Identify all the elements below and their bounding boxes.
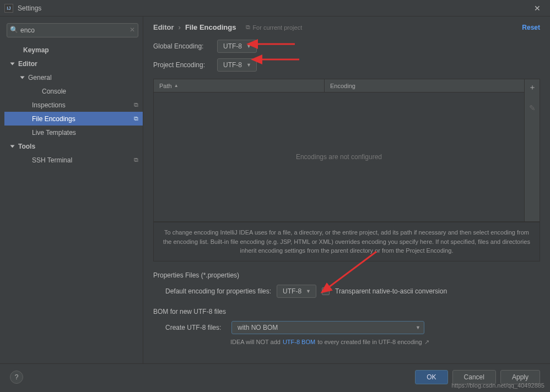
transparent-ascii-label: Transparent native-to-ascii conversion <box>335 287 447 295</box>
global-encoding-label: Global Encoding: <box>153 42 217 50</box>
properties-encoding-label: Default encoding for properties files: <box>165 287 271 295</box>
tree-label: Keymap <box>23 46 49 54</box>
search-input[interactable] <box>7 23 138 37</box>
column-path[interactable]: Path▲ <box>154 79 325 92</box>
chevron-down-icon: ▼ <box>246 62 251 68</box>
bom-hint-post: to every created file in UTF-8 encoding <box>317 339 422 345</box>
chevron-down-icon: ▼ <box>416 325 420 330</box>
dropdown-value: UTF-8 <box>223 42 242 50</box>
reset-link[interactable]: Reset <box>522 24 540 31</box>
window-title: Settings <box>18 4 529 12</box>
project-encoding-dropdown[interactable]: UTF-8 ▼ <box>217 58 257 72</box>
dropdown-value: UTF-8 <box>223 61 242 69</box>
bom-hint-pre: IDEA will NOT add <box>230 339 281 345</box>
global-encoding-row: Global Encoding: UTF-8 ▼ <box>153 40 540 53</box>
create-utf8-dropdown[interactable]: with NO BOM ▼ <box>231 321 424 334</box>
tree-label: General <box>28 74 52 81</box>
project-encoding-row: Project Encoding: UTF-8 ▼ <box>153 58 540 72</box>
dropdown-value: with NO BOM <box>238 324 278 331</box>
table-empty-message: Encodings are not configured <box>154 92 524 221</box>
tree-item-editor[interactable]: Editor <box>4 57 143 70</box>
scope-label: For current project <box>252 24 302 31</box>
project-scope: ⧉ For current project <box>246 24 302 31</box>
help-button[interactable]: ? <box>10 371 23 384</box>
breadcrumb-current: File Encodings <box>185 23 236 31</box>
footer: ? OK Cancel Apply <box>0 363 550 390</box>
info-text: To change encoding IntelliJ IDEA uses fo… <box>153 222 540 262</box>
tree-item-console[interactable]: Console <box>4 84 143 98</box>
breadcrumb-root[interactable]: Editor <box>153 23 174 31</box>
tree-label: File Encodings <box>32 115 76 123</box>
table-header: Path▲ Encoding <box>154 79 524 92</box>
create-utf8-label: Create UTF-8 files: <box>165 324 226 331</box>
tree-label: Live Templates <box>32 129 76 137</box>
apply-button[interactable]: Apply <box>500 370 540 384</box>
tree-item-tools[interactable]: Tools <box>4 139 143 153</box>
copy-icon: ⧉ <box>134 101 138 108</box>
tree-item-ssh-terminal[interactable]: SSH Terminal⧉ <box>4 153 143 167</box>
edit-button[interactable]: ✎ <box>529 104 536 112</box>
external-link-icon: ↗ <box>424 339 429 346</box>
copy-icon: ⧉ <box>134 115 138 122</box>
sort-asc-icon: ▲ <box>174 83 179 88</box>
bom-hint: IDEA will NOT add UTF-8 BOM to every cre… <box>230 339 540 346</box>
properties-encoding-row: Default encoding for properties files: U… <box>165 285 540 298</box>
transparent-ascii-checkbox[interactable] <box>322 287 330 295</box>
properties-section-title: Properties Files (*.properties) <box>153 271 540 279</box>
tree-label: Editor <box>18 60 37 68</box>
tree-label: Inspections <box>32 101 66 109</box>
add-button[interactable]: ＋ <box>529 83 536 92</box>
bom-row: Create UTF-8 files: with NO BOM ▼ <box>165 321 540 334</box>
close-icon[interactable]: ✕ <box>529 4 546 13</box>
ok-button[interactable]: OK <box>415 370 447 384</box>
clear-search-icon[interactable]: ✕ <box>130 26 135 34</box>
tree-item-general[interactable]: General <box>4 70 143 84</box>
tree-label: Console <box>42 88 66 95</box>
tree-label: SSH Terminal <box>32 156 72 164</box>
search-wrap: 🔍 ✕ <box>7 23 138 37</box>
main-panel: Editor › File Encodings ⧉ For current pr… <box>143 17 550 363</box>
cancel-button[interactable]: Cancel <box>452 370 496 384</box>
app-icon: IJ <box>4 4 13 13</box>
breadcrumb: Editor › File Encodings <box>153 23 236 31</box>
copy-icon: ⧉ <box>134 156 138 164</box>
sidebar: 🔍 ✕ Keymap Editor General Console Inspec… <box>0 17 143 363</box>
bom-hint-link[interactable]: UTF-8 BOM <box>283 339 315 345</box>
tree-item-file-encodings[interactable]: File Encodings⧉ <box>4 112 143 126</box>
main-header: Editor › File Encodings ⧉ For current pr… <box>153 23 540 31</box>
chevron-down-icon: ▼ <box>246 43 251 49</box>
chevron-right-icon: › <box>179 23 181 31</box>
column-encoding[interactable]: Encoding <box>325 79 524 92</box>
table-toolbar: ＋ ✎ <box>524 79 540 221</box>
project-encoding-label: Project Encoding: <box>153 61 217 69</box>
tree-item-keymap[interactable]: Keymap <box>4 43 143 57</box>
dropdown-value: UTF-8 <box>283 287 301 295</box>
properties-encoding-dropdown[interactable]: UTF-8 ▼ <box>277 285 316 298</box>
chevron-down-icon: ▼ <box>306 288 311 294</box>
copy-icon: ⧉ <box>246 24 250 31</box>
tree-label: Tools <box>18 143 35 150</box>
bom-section-title: BOM for new UTF-8 files <box>153 308 540 315</box>
tree-item-live-templates[interactable]: Live Templates <box>4 126 143 139</box>
tree-item-inspections[interactable]: Inspections⧉ <box>4 98 143 112</box>
encodings-table: Path▲ Encoding Encodings are not configu… <box>153 79 540 222</box>
search-icon: 🔍 <box>10 26 18 34</box>
global-encoding-dropdown[interactable]: UTF-8 ▼ <box>217 40 257 53</box>
settings-tree: Keymap Editor General Console Inspection… <box>4 43 143 359</box>
titlebar: IJ Settings ✕ <box>0 0 550 17</box>
